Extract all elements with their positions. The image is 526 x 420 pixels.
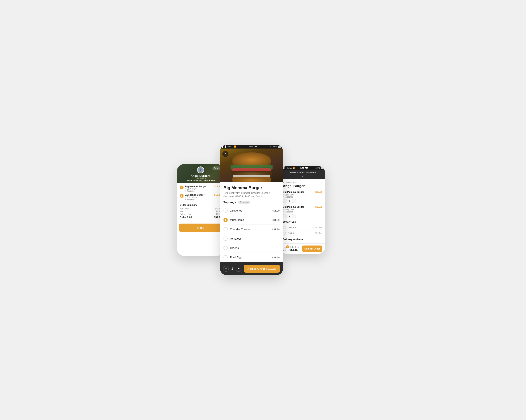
topping-radio-selected[interactable] (223, 218, 228, 222)
status-left: ▌▌▌ Sketch 📶 (222, 145, 236, 148)
screen1-header: Cancel 👤 Angel Burgers Order #42810 Plea… (177, 164, 224, 183)
bluetooth-icon: ∗ (270, 145, 272, 148)
delivery-radio[interactable] (283, 226, 286, 229)
topping-price: +$1.29 (272, 228, 280, 231)
qty-decrease-button[interactable]: − (283, 214, 287, 218)
topping-radio[interactable] (223, 237, 228, 241)
bluetooth-icon: ∗ (313, 167, 315, 169)
avatar: 👤 (197, 167, 204, 173)
burger-hero: ✕ (220, 149, 283, 182)
required-badge: Required (238, 201, 250, 204)
item-mods: + Spicy Mayo+ Jalapenos (185, 196, 212, 200)
cart-icon-wrap: 🛒 2 (283, 247, 288, 251)
order-item-price: $12.95 (315, 191, 322, 193)
screen2-burger-detail: ▌▌▌ Sketch 📶 9:41 AM ∗ 100% ▓▓ ✕ (220, 145, 283, 275)
order-item-price: $12.95 (315, 206, 322, 208)
tax-label: Tax (180, 210, 183, 212)
divider (180, 202, 221, 202)
order-type-delivery[interactable]: Delivery 20-30 mins (283, 225, 322, 230)
swipe-bar[interactable]: Swipe this panel down to close ⌄ (280, 170, 325, 179)
order-line-item: Big Momma Burger $12.95 + Spicy Mayo+ Ja… (283, 206, 322, 218)
quantity-controls: − 1 + (223, 266, 242, 272)
toppings-list: Jalepenos +$1.29 Mushrooms +$1.29 Chedda… (223, 206, 280, 262)
item-name: Big Momma Burger (185, 185, 212, 188)
carrier-name: Sketch (227, 145, 233, 148)
battery-icon: ▓▓ (321, 167, 323, 169)
topping-item[interactable]: Mushrooms +$1.29 (223, 215, 280, 225)
order-line-top: Big Momma Burger $12.95 (283, 191, 322, 193)
topping-name: Cheddar Cheese (230, 228, 270, 231)
subtotal-label: Sub-Total (180, 208, 189, 210)
topping-radio[interactable] (223, 209, 228, 213)
qty-display: 2 (289, 215, 290, 217)
quantity-decrease-button[interactable]: − (223, 266, 229, 272)
qty-increase-button[interactable]: + (292, 214, 296, 218)
burger-title: Big Momma Burger (223, 185, 280, 190)
pickup-label: Pickup (287, 232, 294, 234)
order-line-item: Big Momma Burger $12.95 + Spicy Mayo+ Ja… (283, 191, 322, 203)
order-panel-body: Your Order from Angel Burger Big Momma B… (280, 179, 325, 243)
status-right: ∗ 100% ▓▓ (313, 167, 323, 169)
qty-increase-button[interactable]: + (292, 199, 296, 203)
topping-price: +$1.29 (272, 219, 280, 221)
topping-name: Greens (230, 247, 277, 250)
quantity-increase-button[interactable]: + (236, 266, 242, 272)
item-mods: + Spicy Mayo+ Jalapenos (185, 188, 212, 192)
topping-item[interactable]: Tomatoes (223, 234, 280, 243)
status-time: 9:41 AM (300, 167, 308, 169)
topping-radio[interactable] (223, 227, 228, 231)
delivery-label: Delivery (287, 226, 296, 229)
subtotal-row: Sub-Total $41.68 (180, 208, 221, 210)
quantity-display: 1 (231, 267, 234, 270)
confirm-order-button[interactable]: Confirm Order (302, 246, 322, 252)
order-restaurant-name: Angel Burger (283, 184, 322, 188)
pickup-time: 30 Mins (315, 232, 322, 234)
topping-item[interactable]: Greens (223, 243, 280, 253)
burger-description: 1/2lb Beef Patty, Tillamook Cheddar Chee… (223, 191, 280, 198)
status-time: 9:41 AM (249, 145, 257, 148)
qty-decrease-button[interactable]: − (283, 199, 287, 203)
battery-label: 100% (272, 145, 277, 148)
topping-name: Jalepenos (230, 209, 270, 212)
delivery-time: 20-30 mins (312, 226, 322, 229)
header-content: 👤 Angel Burgers Order #42810 Please Plac… (186, 167, 215, 182)
order-summary-title: Order Summary (180, 204, 221, 206)
next-button[interactable]: Next (179, 224, 222, 232)
order-item-row: 2 Big Momma Burger + Spicy Mayo+ Jalapen… (180, 185, 221, 192)
bottom-bar: − 1 + Add to Order | $13.28 (220, 262, 283, 275)
close-button[interactable]: ✕ (222, 151, 228, 157)
order-type-left: Delivery (283, 226, 296, 229)
wifi-icon: 📶 (293, 167, 295, 169)
order-subtitle: Please Place the Order Below (186, 180, 215, 182)
delivery-fee-row: Delivery Fee $6.00 (180, 213, 221, 215)
order-total-label: Order Total (180, 216, 192, 219)
item-info: Jalepenos Burger + Spicy Mayo+ Jalapenos (185, 194, 212, 200)
qty-display: 1 (289, 200, 290, 202)
topping-item[interactable]: Fried Egg +$1.29 (223, 253, 280, 262)
order-number: Order #42810 (186, 177, 215, 180)
topping-item[interactable]: Cheddar Cheese +$1.29 (223, 225, 280, 234)
toppings-label: Toppings (223, 200, 236, 204)
status-right: ∗ 100% ▓▓ (270, 145, 281, 148)
footer-total: Order Total $51.89 (290, 246, 300, 251)
order-total-value: $51.89 (290, 248, 300, 251)
radio-inner (225, 219, 226, 221)
topping-radio[interactable] (223, 246, 228, 250)
screen3-order-panel: ▌▌▌ Sketch 📶 9:41 AM ∗ 100% ▓▓ Swipe thi… (280, 166, 325, 254)
topping-price: +$1.29 (272, 256, 280, 259)
topping-item[interactable]: Jalepenos +$1.29 (223, 206, 280, 215)
topping-radio[interactable] (223, 255, 228, 260)
bun-bottom (233, 177, 271, 182)
status-bar: ▌▌▌ Sketch 📶 9:41 AM ∗ 100% ▓▓ (280, 166, 325, 170)
pickup-radio[interactable] (283, 231, 286, 235)
order-type-pickup[interactable]: Pickup 30 Mins (283, 230, 322, 236)
order-item-name: Big Momma Burger (283, 191, 304, 193)
cart-count-badge: 2 (286, 245, 289, 248)
order-line-top: Big Momma Burger $12.95 (283, 206, 322, 208)
tax-row: Tax $4.21 (180, 210, 221, 212)
screen1-order-summary: Cancel 👤 Angel Burgers Order #42810 Plea… (177, 164, 224, 256)
item-qty-badge: 1 (180, 194, 183, 198)
burger-art (220, 149, 283, 182)
battery-label: 100% (315, 167, 320, 169)
add-to-order-button[interactable]: Add to Order | $13.28 (244, 265, 280, 273)
